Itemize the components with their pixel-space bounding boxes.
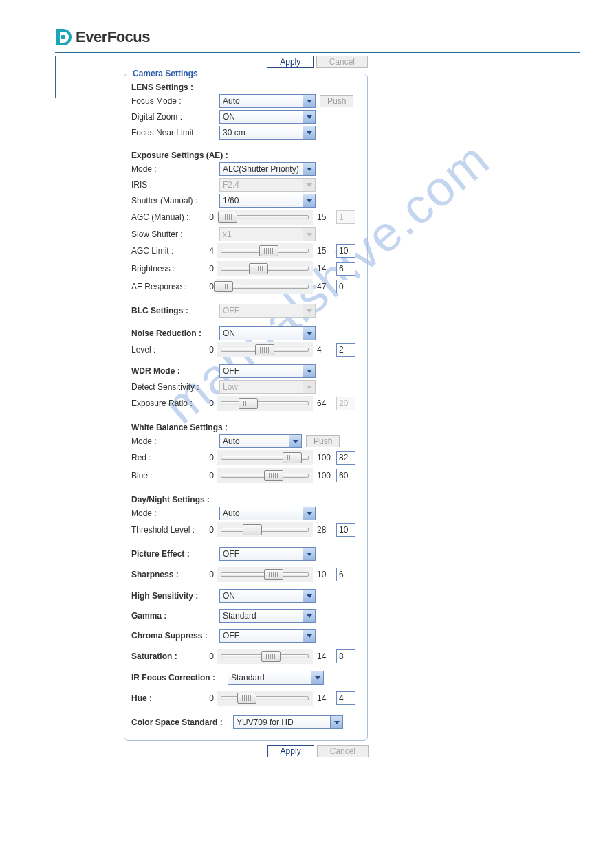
wb-blue-max: 100 xyxy=(313,471,333,480)
camera-settings-panel: Camera Settings LENS Settings : Focus Mo… xyxy=(124,74,368,741)
hue-value[interactable] xyxy=(336,691,355,705)
color-space-select[interactable] xyxy=(233,715,343,729)
svg-rect-0 xyxy=(61,35,65,39)
chroma-suppress-label: Chroma Suppress : xyxy=(131,631,219,641)
blc-select xyxy=(219,304,316,318)
saturation-label: Saturation : xyxy=(131,652,200,661)
wb-blue-min: 0 xyxy=(200,471,217,480)
nr-level-max: 4 xyxy=(313,345,333,355)
wb-heading: White Balance Settings : xyxy=(131,423,360,432)
wb-mode-label: Mode : xyxy=(131,436,219,446)
wdr-mode-label: WDR Mode : xyxy=(131,366,219,376)
brightness-max: 14 xyxy=(313,264,333,274)
wb-mode-select[interactable] xyxy=(219,434,302,448)
sharpness-slider[interactable] xyxy=(217,567,313,582)
wb-blue-value[interactable] xyxy=(336,469,355,482)
blc-label: BLC Settings : xyxy=(131,306,219,315)
focus-near-limit-select[interactable] xyxy=(219,126,316,140)
dn-mode-select[interactable] xyxy=(219,507,316,520)
detect-sensitivity-select xyxy=(219,380,316,394)
cancel-button-bottom: Cancel xyxy=(317,745,369,757)
chroma-suppress-select[interactable] xyxy=(219,629,316,643)
nr-level-min: 0 xyxy=(200,345,217,355)
exposure-heading: Exposure Settings (AE) : xyxy=(131,151,360,160)
color-space-label: Color Space Standard : xyxy=(131,717,233,727)
exposure-ratio-value xyxy=(336,397,355,410)
focus-push-button[interactable]: Push xyxy=(320,95,353,107)
ae-response-max: 47 xyxy=(313,282,333,291)
agc-manual-slider[interactable] xyxy=(217,210,313,225)
exposure-ratio-max: 64 xyxy=(313,399,333,408)
agc-manual-min: 0 xyxy=(200,212,217,222)
focus-mode-label: Focus Mode : xyxy=(131,96,219,106)
threshold-min: 0 xyxy=(200,525,217,535)
lens-heading: LENS Settings : xyxy=(131,82,360,92)
focus-mode-select[interactable] xyxy=(219,94,316,108)
exposure-ratio-slider[interactable] xyxy=(217,396,313,411)
threshold-value[interactable] xyxy=(336,523,355,537)
sharpness-label: Sharpness : xyxy=(131,570,200,579)
dn-heading: Day/Night Settings : xyxy=(131,495,360,504)
agc-limit-value[interactable] xyxy=(336,244,355,258)
nr-level-slider[interactable] xyxy=(217,342,313,357)
agc-limit-slider[interactable] xyxy=(217,243,313,258)
cancel-button-top: Cancel xyxy=(316,56,368,68)
saturation-value[interactable] xyxy=(336,649,355,663)
agc-limit-min: 4 xyxy=(200,246,217,256)
nr-level-value[interactable] xyxy=(336,343,355,357)
shutter-select[interactable] xyxy=(219,194,316,208)
detect-sensitivity-label: Detect Sensitivity : xyxy=(131,382,219,392)
wb-red-slider[interactable] xyxy=(217,450,313,465)
noise-reduction-select[interactable] xyxy=(219,326,316,340)
ir-focus-label: IR Focus Correction : xyxy=(131,673,228,682)
gamma-label: Gamma : xyxy=(131,611,219,621)
wb-red-value[interactable] xyxy=(336,451,355,465)
wb-blue-label: Blue : xyxy=(131,471,200,480)
wb-red-max: 100 xyxy=(313,453,333,463)
agc-manual-value xyxy=(336,210,355,224)
hue-slider[interactable] xyxy=(217,691,313,706)
picture-effect-select[interactable] xyxy=(219,547,316,561)
brightness-slider[interactable] xyxy=(217,261,313,276)
ir-focus-select[interactable] xyxy=(228,671,324,685)
high-sensitivity-select[interactable] xyxy=(219,589,316,603)
wb-push-button[interactable]: Push xyxy=(306,435,340,447)
wb-blue-slider[interactable] xyxy=(217,468,313,483)
shutter-label: Shutter (Manual) : xyxy=(131,196,219,205)
ae-response-label: AE Response : xyxy=(131,282,200,291)
exposure-ratio-label: Exposure Ratio : xyxy=(131,399,200,408)
header-divider xyxy=(55,52,580,53)
hue-max: 14 xyxy=(313,693,333,703)
everfocus-logo-icon xyxy=(55,27,73,47)
sharpness-value[interactable] xyxy=(336,568,355,581)
wb-red-min: 0 xyxy=(200,453,217,463)
panel-title: Camera Settings xyxy=(130,69,201,78)
focus-near-limit-label: Focus Near Limit : xyxy=(131,128,219,137)
iris-select xyxy=(219,178,316,192)
apply-button-top[interactable]: Apply xyxy=(267,56,314,68)
slow-shutter-select xyxy=(219,227,316,241)
threshold-label: Threshold Level : xyxy=(131,525,200,535)
nr-level-label: Level : xyxy=(131,345,200,355)
ae-response-slider[interactable] xyxy=(217,279,313,294)
iris-label: IRIS : xyxy=(131,180,219,190)
gamma-select[interactable] xyxy=(219,609,316,623)
saturation-slider[interactable] xyxy=(217,649,313,664)
ae-response-value[interactable] xyxy=(336,280,355,293)
agc-manual-label: AGC (Manual) : xyxy=(131,212,200,222)
threshold-slider[interactable] xyxy=(217,522,313,537)
apply-button-bottom[interactable]: Apply xyxy=(267,745,314,757)
picture-effect-label: Picture Effect : xyxy=(131,549,219,559)
digital-zoom-label: Digital Zoom : xyxy=(131,112,219,122)
agc-limit-label: AGC Limit : xyxy=(131,246,200,256)
brightness-value[interactable] xyxy=(336,262,355,276)
digital-zoom-select[interactable] xyxy=(219,110,316,124)
high-sensitivity-label: High Sensitivity : xyxy=(131,591,219,601)
vertical-divider xyxy=(55,56,56,98)
brand-logo: EverFocus xyxy=(55,27,580,47)
saturation-max: 14 xyxy=(313,652,333,661)
hue-label: Hue : xyxy=(131,693,200,703)
wdr-mode-select[interactable] xyxy=(219,364,316,378)
dn-mode-label: Mode : xyxy=(131,509,219,518)
exposure-mode-select[interactable] xyxy=(219,162,316,176)
